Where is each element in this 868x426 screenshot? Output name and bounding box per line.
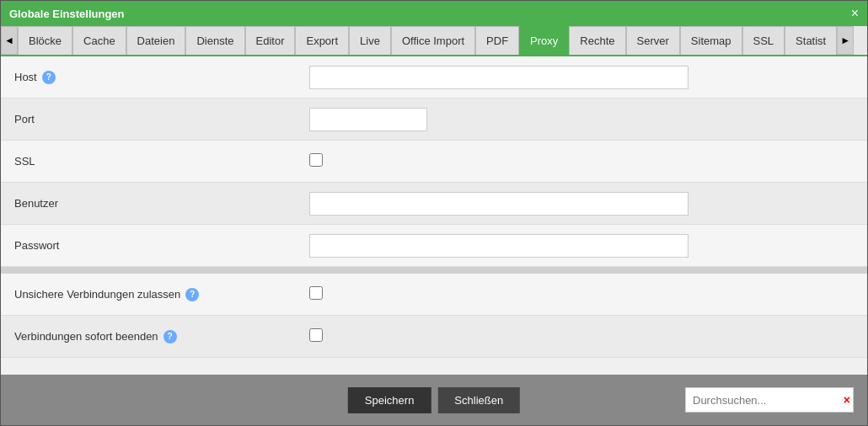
verbindungen-checkbox[interactable]	[309, 328, 323, 342]
form-row-unsichere: Unsichere Verbindungen zulassen ?	[1, 274, 867, 316]
tab-live[interactable]: Live	[349, 26, 391, 55]
search-input[interactable]	[685, 387, 854, 413]
label-passwort: Passwort	[14, 239, 309, 252]
help-icon-unsichere[interactable]: ?	[185, 288, 199, 301]
label-verbindungen: Verbindungen sofort beenden ?	[14, 330, 309, 343]
tab-proxy[interactable]: Proxy	[519, 26, 569, 55]
input-wrap-port	[309, 108, 689, 131]
content-area: Host ? Port SSL	[1, 56, 867, 375]
tab-nav-left[interactable]: ◄	[1, 26, 18, 55]
save-button[interactable]: Speichern	[348, 387, 431, 413]
label-host: Host ?	[14, 71, 309, 84]
tab-ssl[interactable]: SSL	[742, 26, 785, 55]
footer: Speichern Schließen ×	[1, 375, 867, 425]
host-input[interactable]	[309, 66, 689, 89]
input-wrap-unsichere	[309, 286, 689, 302]
unsichere-checkbox[interactable]	[309, 286, 323, 300]
tabs-bar: ◄ Blöcke Cache Dateien Dienste Editor Ex…	[1, 26, 867, 56]
spacer	[1, 267, 867, 274]
title-bar: Globale Einstellungen ×	[1, 1, 867, 26]
input-wrap-verbindungen	[309, 328, 689, 344]
tab-statist[interactable]: Statist	[785, 26, 837, 55]
port-input[interactable]	[309, 108, 427, 131]
help-icon-host[interactable]: ?	[42, 71, 56, 84]
search-clear-button[interactable]: ×	[844, 393, 850, 407]
footer-center: Speichern Schließen	[348, 387, 520, 413]
label-benutzer: Benutzer	[14, 197, 309, 210]
search-box-wrap: ×	[685, 387, 854, 413]
input-wrap-passwort	[309, 234, 689, 258]
tab-pdf[interactable]: PDF	[475, 26, 519, 55]
tab-cache[interactable]: Cache	[72, 26, 126, 55]
form-row-ssl: SSL	[1, 141, 867, 183]
form-row-passwort: Passwort	[1, 225, 867, 267]
label-unsichere: Unsichere Verbindungen zulassen ?	[14, 288, 309, 301]
form-row-benutzer: Benutzer	[1, 183, 867, 225]
input-wrap-ssl	[309, 153, 689, 169]
tab-export[interactable]: Export	[295, 26, 349, 55]
benutzer-input[interactable]	[309, 192, 689, 216]
label-port: Port	[14, 113, 309, 125]
tab-rechte[interactable]: Rechte	[569, 26, 625, 55]
form-row-port: Port	[1, 99, 867, 141]
tab-office-import[interactable]: Office Import	[391, 26, 475, 55]
tab-editor[interactable]: Editor	[245, 26, 296, 55]
passwort-input[interactable]	[309, 234, 689, 258]
dialog-title: Globale Einstellungen	[9, 8, 125, 20]
input-wrap-host	[309, 66, 689, 89]
close-button[interactable]: Schließen	[437, 387, 520, 413]
tab-sitemap[interactable]: Sitemap	[680, 26, 742, 55]
ssl-checkbox[interactable]	[309, 153, 323, 167]
label-ssl: SSL	[14, 155, 309, 168]
tab-dateien[interactable]: Dateien	[126, 26, 186, 55]
tab-nav-right[interactable]: ►	[837, 26, 854, 55]
form-row-verbindungen: Verbindungen sofort beenden ?	[1, 316, 867, 358]
tab-dienste[interactable]: Dienste	[185, 26, 244, 55]
tab-blöcke[interactable]: Blöcke	[18, 26, 72, 55]
dialog: Globale Einstellungen × ◄ Blöcke Cache D…	[0, 0, 868, 426]
tab-server[interactable]: Server	[626, 26, 680, 55]
help-icon-verbindungen[interactable]: ?	[163, 330, 177, 343]
input-wrap-benutzer	[309, 192, 689, 216]
form-row-host: Host ?	[1, 56, 867, 99]
dialog-close-button[interactable]: ×	[851, 7, 859, 20]
